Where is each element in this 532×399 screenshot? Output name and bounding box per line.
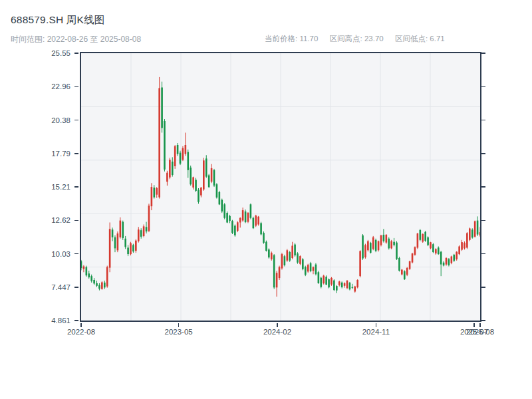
y-tick-label: 15.21 xyxy=(27,182,70,192)
plot-area xyxy=(80,52,481,322)
y-tick-mark-right xyxy=(481,220,485,221)
page-title: 688579.SH 周K线图 xyxy=(11,13,105,27)
current-price-stat: 当前价格: 11.70 xyxy=(265,35,318,43)
y-tick-mark-right xyxy=(481,287,485,288)
y-tick-label: 4.861 xyxy=(27,316,70,325)
x-tick-label: 2024-11 xyxy=(349,327,402,336)
price-stats: 当前价格: 11.70 区间高点: 23.70 区间低点: 6.71 xyxy=(265,34,454,44)
y-tick-mark-right xyxy=(481,86,485,88)
y-tick-label: 22.96 xyxy=(27,82,70,91)
y-tick-mark-right xyxy=(481,320,485,321)
y-tick-mark-right xyxy=(481,120,485,121)
y-tick-mark xyxy=(74,220,78,221)
x-tick-label: 2024-02 xyxy=(251,327,304,336)
range-low-stat: 区间低点: 6.71 xyxy=(395,35,445,43)
y-tick-mark-right xyxy=(481,253,485,255)
y-tick-label: 17.79 xyxy=(27,149,70,158)
x-tick-label: 2022-08 xyxy=(55,327,108,336)
y-tick-mark-right xyxy=(481,53,485,54)
y-tick-mark-right xyxy=(481,186,485,188)
y-tick-label: 7.447 xyxy=(27,283,70,292)
candlestick-chart xyxy=(81,53,480,321)
y-tick-label: 12.62 xyxy=(27,215,70,225)
x-tick-label: 2025-08 xyxy=(454,327,507,336)
y-tick-mark xyxy=(74,287,78,288)
range-high-stat: 区间高点: 23.70 xyxy=(330,35,384,43)
y-tick-mark xyxy=(74,86,78,88)
y-tick-mark xyxy=(74,253,78,255)
date-range-label: 时间范围: 2022-08-26 至 2025-08-08 xyxy=(11,34,141,45)
x-tick-label: 2023-05 xyxy=(152,327,205,336)
y-tick-mark xyxy=(74,153,78,154)
y-tick-mark xyxy=(74,53,78,54)
y-tick-mark xyxy=(74,120,78,121)
y-tick-label: 20.38 xyxy=(27,116,70,125)
y-tick-mark-right xyxy=(481,153,485,154)
y-tick-mark xyxy=(74,186,78,188)
y-tick-label: 25.55 xyxy=(27,49,70,58)
y-tick-mark xyxy=(74,320,78,321)
y-tick-label: 10.03 xyxy=(27,249,70,259)
